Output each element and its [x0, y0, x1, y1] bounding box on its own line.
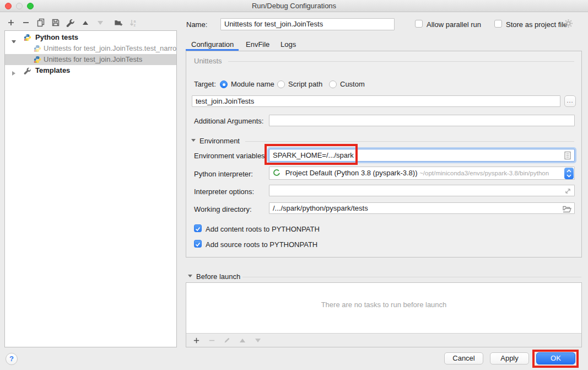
group-divider [228, 61, 574, 62]
tree-item-label: Python tests [35, 32, 78, 43]
templates-wrench-icon [24, 67, 31, 76]
tree-item-unittests-test-narrow[interactable]: Unittests for test_join.JoinTests.test_n… [5, 43, 176, 54]
name-label: Name: [186, 20, 207, 29]
module-name-input[interactable]: test_join.JoinTests [192, 95, 560, 107]
allow-parallel-run-checkbox[interactable] [415, 20, 423, 28]
python-config-icon [34, 45, 41, 54]
store-as-project-file-checkbox[interactable] [494, 20, 502, 28]
svg-text:a: a [134, 19, 136, 23]
store-as-project-file-label: Store as project file [506, 20, 567, 29]
conda-env-icon [273, 168, 280, 180]
before-launch-label: Before launch [196, 272, 240, 281]
interpreter-options-label: Interpreter options: [194, 187, 254, 196]
additional-arguments-input[interactable] [269, 115, 575, 126]
before-launch-toolbar [186, 333, 581, 347]
name-input[interactable]: Unittests for test_join.JoinTests [220, 18, 395, 30]
target-module-name-radio[interactable] [220, 81, 228, 88]
target-script-path-label: Script path [288, 80, 322, 89]
zoom-window-button[interactable] [27, 3, 34, 9]
target-module-name-label: Module name [231, 80, 274, 89]
save-icon[interactable] [51, 18, 60, 27]
tab-logs[interactable]: Logs [280, 40, 296, 49]
group-divider [242, 277, 581, 277]
python-interpreter-label: Python interpreter: [194, 170, 253, 179]
add-icon[interactable] [7, 18, 15, 27]
python-tests-icon [24, 34, 31, 43]
add-content-roots-label: Add content roots to PYTHONPATH [206, 225, 320, 234]
tree-item-unittests-jointests-selected[interactable]: Unittests for test_join.JoinTests [5, 54, 176, 65]
add-icon[interactable] [192, 336, 201, 345]
target-script-path-radio[interactable] [277, 81, 285, 88]
python-interpreter-path: ~/opt/miniconda3/envs/pyspark-3.8/bin/py… [419, 170, 549, 176]
tree-item-python-tests[interactable]: Python tests [5, 32, 176, 43]
remove-icon[interactable] [21, 18, 30, 27]
apply-button[interactable]: Apply [490, 352, 529, 364]
module-name-value: test_join.JoinTests [196, 97, 254, 105]
tab-configuration[interactable]: Configuration [191, 40, 234, 49]
environment-variables-input[interactable]: SPARK_HOME=/.../spark [269, 149, 575, 162]
expand-collapse-icon[interactable] [12, 68, 15, 76]
copy-icon[interactable] [36, 18, 45, 27]
gear-icon[interactable] [564, 19, 573, 30]
close-window-button[interactable] [5, 3, 12, 9]
folder-icon[interactable] [563, 205, 571, 214]
expand-collapse-icon[interactable] [12, 36, 16, 43]
window-title: Run/Debug Configurations [0, 0, 588, 12]
browse-env-vars-icon[interactable] [564, 151, 571, 162]
ok-button[interactable]: OK [536, 352, 575, 364]
cancel-button[interactable]: Cancel [444, 352, 483, 364]
configurations-tree: Python tests Unittests for test_join.Joi… [4, 30, 177, 347]
new-folder-icon[interactable] [114, 18, 123, 27]
environment-variables-value: SPARK_HOME=/.../spark [273, 151, 354, 159]
edit-templates-wrench-icon[interactable] [66, 18, 75, 27]
configurations-toolbar: az [7, 18, 138, 28]
group-divider [245, 141, 574, 142]
target-label: Target: [194, 80, 216, 89]
target-custom-label: Custom [340, 80, 365, 89]
configuration-panel: Unittests Target: Module name Script pat… [186, 51, 582, 258]
tree-item-label: Unittests for test_join.JoinTests.test_n… [44, 43, 176, 54]
move-down-icon [253, 336, 262, 345]
add-source-roots-label: Add source roots to PYTHONPATH [206, 240, 317, 249]
working-directory-value: /.../spark/python/pyspark/tests [273, 204, 368, 212]
working-directory-label: Working directory: [194, 205, 252, 214]
add-source-roots-checkbox[interactable] [194, 240, 202, 248]
target-custom-radio[interactable] [329, 81, 337, 88]
remove-icon [207, 336, 216, 345]
python-interpreter-select[interactable]: Project Default (Python 3.8 (pyspark-3.8… [269, 167, 575, 180]
working-directory-input[interactable]: /.../spark/python/pyspark/tests [269, 202, 575, 214]
python-interpreter-value: Project Default (Python 3.8 (pyspark-3.8… [285, 169, 418, 177]
svg-text:z: z [134, 23, 136, 27]
expand-field-icon[interactable] [564, 187, 571, 196]
python-config-icon [34, 56, 41, 65]
move-up-icon[interactable] [81, 18, 90, 27]
browse-button[interactable]: ... [564, 95, 576, 107]
allow-parallel-run-label: Allow parallel run [427, 20, 481, 29]
tree-item-label: Unittests for test_join.JoinTests [44, 54, 142, 65]
edit-pencil-icon [223, 336, 231, 345]
move-down-icon [96, 18, 105, 27]
before-launch-collapse-icon[interactable] [188, 275, 192, 277]
interpreter-options-input[interactable] [269, 185, 575, 196]
tree-item-label: Templates [35, 65, 70, 76]
title-bar: Run/Debug Configurations [0, 0, 588, 12]
add-content-roots-checkbox[interactable] [194, 224, 202, 232]
sort-alphabetically-icon: az [129, 18, 138, 27]
additional-arguments-label: Additional Arguments: [194, 117, 263, 126]
environment-section-label: Environment [199, 137, 240, 146]
move-up-icon [238, 336, 247, 345]
tab-envfile[interactable]: EnvFile [246, 40, 269, 49]
minimize-window-button [16, 3, 23, 9]
tree-item-templates[interactable]: Templates [5, 65, 176, 76]
before-launch-empty-text: There are no tasks to run before launch [186, 301, 581, 309]
help-button[interactable]: ? [6, 353, 18, 365]
before-launch-panel: There are no tasks to run before launch [186, 282, 582, 347]
unittests-group-label: Unittests [194, 57, 222, 65]
name-value: Unittests for test_join.JoinTests [224, 20, 323, 28]
environment-collapse-icon[interactable] [191, 139, 196, 142]
environment-variables-label: Environment variables: [194, 152, 267, 160]
dropdown-stepper-icon[interactable] [564, 168, 574, 179]
